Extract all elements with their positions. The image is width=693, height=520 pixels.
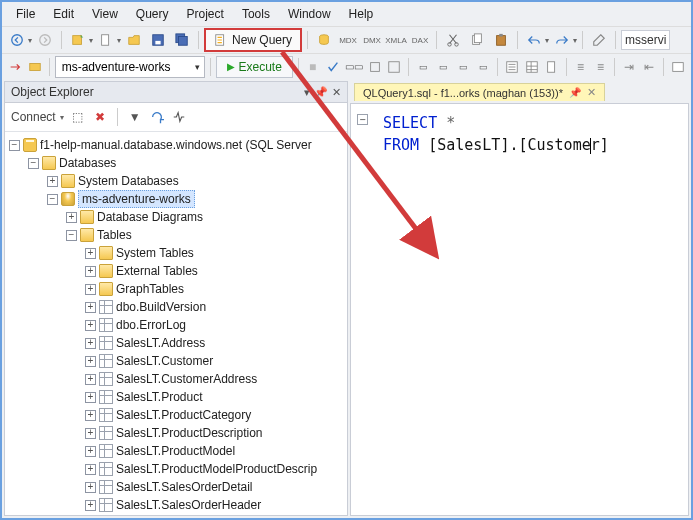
table-node[interactable]: SalesLT.ProductCategory: [116, 408, 251, 422]
dax-query-icon[interactable]: DAX: [409, 29, 431, 51]
pin-icon[interactable]: 📌: [569, 87, 581, 98]
expand-icon[interactable]: +: [66, 212, 77, 223]
table-node[interactable]: dbo.BuildVersion: [116, 300, 206, 314]
expand-icon[interactable]: +: [85, 320, 96, 331]
expand-icon[interactable]: +: [85, 266, 96, 277]
refresh-icon[interactable]: [149, 106, 165, 128]
specify-values-icon[interactable]: [669, 56, 687, 78]
nav-fwd-icon[interactable]: [34, 29, 56, 51]
expand-icon[interactable]: +: [85, 464, 96, 475]
results-grid-icon[interactable]: [523, 56, 541, 78]
menu-tools[interactable]: Tools: [234, 4, 278, 24]
include-live-icon[interactable]: ▭: [434, 56, 452, 78]
disconnect-icon[interactable]: ⬚: [70, 106, 86, 128]
xmla-query-icon[interactable]: XMLA: [385, 29, 407, 51]
outline-collapse-icon[interactable]: −: [357, 114, 368, 125]
pin-icon[interactable]: 📌: [314, 86, 328, 99]
expand-icon[interactable]: +: [85, 356, 96, 367]
stop-icon[interactable]: ✖: [92, 106, 108, 128]
uncomment-icon[interactable]: ≡: [591, 56, 609, 78]
nav-back-icon[interactable]: [6, 29, 28, 51]
collapse-icon[interactable]: −: [9, 140, 20, 151]
connect-drop-icon[interactable]: ▾: [60, 113, 64, 122]
open-icon[interactable]: [123, 29, 145, 51]
databases-node[interactable]: Databases: [59, 156, 116, 170]
connect-button[interactable]: Connect: [11, 110, 56, 124]
display-plan-icon[interactable]: ▭▭: [344, 56, 364, 78]
include-stats-icon[interactable]: ▭: [454, 56, 472, 78]
connection-combo-partial[interactable]: msservi: [621, 30, 670, 50]
expand-icon[interactable]: +: [85, 374, 96, 385]
tables-node[interactable]: Tables: [97, 228, 132, 242]
table-node[interactable]: SalesLT.SalesOrderHeader: [116, 498, 261, 512]
include-client-icon[interactable]: ▭: [474, 56, 492, 78]
new-query-button[interactable]: New Query: [204, 28, 302, 52]
expand-icon[interactable]: +: [85, 500, 96, 511]
nav-back-drop-icon[interactable]: ▾: [28, 36, 32, 45]
menu-view[interactable]: View: [84, 4, 126, 24]
selected-database-node[interactable]: ms-adventure-works: [78, 190, 195, 208]
expand-icon[interactable]: +: [85, 302, 96, 313]
expand-icon[interactable]: +: [85, 338, 96, 349]
table-node[interactable]: SalesLT.ProductModelProductDescrip: [116, 462, 317, 476]
execute-button[interactable]: ▶ Execute: [216, 56, 293, 78]
properties-icon[interactable]: [588, 29, 610, 51]
save-all-icon[interactable]: [171, 29, 193, 51]
dropdown-icon[interactable]: ▾: [304, 86, 310, 99]
expand-icon[interactable]: +: [85, 284, 96, 295]
change-connection-icon[interactable]: [6, 56, 24, 78]
table-node[interactable]: SalesLT.CustomerAddress: [116, 372, 257, 386]
table-node[interactable]: SalesLT.Product: [116, 390, 203, 404]
undo-icon[interactable]: [523, 29, 545, 51]
new-file-drop-icon[interactable]: ▾: [117, 36, 121, 45]
filter-icon[interactable]: ▼: [127, 106, 143, 128]
editor-tab[interactable]: QLQuery1.sql - f1...orks (maghan (153))*…: [354, 83, 605, 101]
db-engine-query-icon[interactable]: [313, 29, 335, 51]
menu-edit[interactable]: Edit: [45, 4, 82, 24]
paste-icon[interactable]: [490, 29, 512, 51]
available-db-icon[interactable]: [26, 56, 44, 78]
expand-icon[interactable]: +: [85, 482, 96, 493]
redo-icon[interactable]: [551, 29, 573, 51]
mdx-query-icon[interactable]: MDX: [337, 29, 359, 51]
expand-icon[interactable]: +: [47, 176, 58, 187]
query-options-icon[interactable]: [366, 56, 384, 78]
activity-icon[interactable]: [171, 106, 187, 128]
undo-drop-icon[interactable]: ▾: [545, 36, 549, 45]
copy-icon[interactable]: [466, 29, 488, 51]
menu-help[interactable]: Help: [341, 4, 382, 24]
cut-icon[interactable]: [442, 29, 464, 51]
close-icon[interactable]: ✕: [587, 86, 596, 99]
table-node[interactable]: SalesLT.ProductDescription: [116, 426, 263, 440]
sql-editor[interactable]: − SELECT * FROM [SalesLT].[Customer]: [350, 103, 689, 516]
expand-icon[interactable]: +: [85, 446, 96, 457]
table-node[interactable]: SalesLT.ProductModel: [116, 444, 235, 458]
system-tables-node[interactable]: System Tables: [116, 246, 194, 260]
indent-icon[interactable]: ⇥: [620, 56, 638, 78]
close-icon[interactable]: ✕: [332, 86, 341, 99]
dmx-query-icon[interactable]: DMX: [361, 29, 383, 51]
table-node[interactable]: SalesLT.Customer: [116, 354, 213, 368]
new-file-icon[interactable]: [95, 29, 117, 51]
new-project-drop-icon[interactable]: ▾: [89, 36, 93, 45]
comment-icon[interactable]: ≡: [572, 56, 590, 78]
collapse-icon[interactable]: −: [28, 158, 39, 169]
debug-icon[interactable]: ■: [304, 56, 322, 78]
menu-window[interactable]: Window: [280, 4, 339, 24]
intellisense-icon[interactable]: [386, 56, 404, 78]
menu-file[interactable]: File: [8, 4, 43, 24]
expand-icon[interactable]: +: [85, 410, 96, 421]
external-tables-node[interactable]: External Tables: [116, 264, 198, 278]
expand-icon[interactable]: +: [85, 428, 96, 439]
new-project-icon[interactable]: [67, 29, 89, 51]
outdent-icon[interactable]: ⇤: [640, 56, 658, 78]
collapse-icon[interactable]: −: [66, 230, 77, 241]
redo-drop-icon[interactable]: ▾: [573, 36, 577, 45]
database-combo[interactable]: ms-adventure-works ▾: [55, 56, 205, 78]
save-icon[interactable]: [147, 29, 169, 51]
menu-project[interactable]: Project: [179, 4, 232, 24]
table-node[interactable]: SalesLT.Address: [116, 336, 205, 350]
server-node[interactable]: f1-help-manual.database.windows.net (SQL…: [40, 138, 312, 152]
system-databases-node[interactable]: System Databases: [78, 174, 179, 188]
menu-query[interactable]: Query: [128, 4, 177, 24]
